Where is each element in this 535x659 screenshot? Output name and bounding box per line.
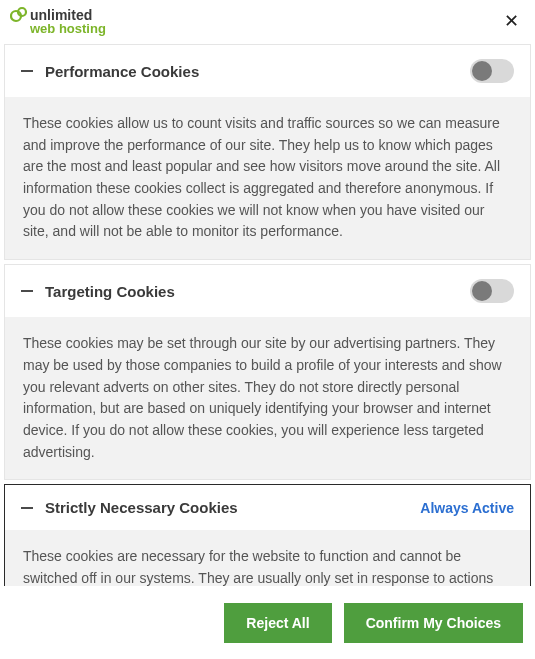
section-header-performance[interactable]: Performance Cookies — [5, 45, 530, 97]
minus-icon — [21, 507, 33, 509]
toggle-performance[interactable] — [470, 59, 514, 83]
confirm-choices-button[interactable]: Confirm My Choices — [344, 603, 523, 643]
section-performance: Performance Cookies These cookies allow … — [4, 44, 531, 260]
always-active-label: Always Active — [420, 500, 514, 516]
logo-text-bottom: web hosting — [30, 22, 106, 35]
minus-icon — [21, 70, 33, 72]
toggle-knob — [472, 61, 492, 81]
modal-footer: Reject All Confirm My Choices — [0, 586, 535, 659]
toggle-targeting[interactable] — [470, 279, 514, 303]
close-icon[interactable]: ✕ — [500, 6, 523, 36]
minus-icon — [21, 290, 33, 292]
logo-text-top: unlimited — [30, 8, 92, 22]
section-title: Targeting Cookies — [45, 283, 175, 300]
reject-all-button[interactable]: Reject All — [224, 603, 331, 643]
modal-header: unlimited web hosting ✕ — [0, 0, 535, 40]
logo-icon — [10, 6, 28, 24]
section-header-targeting[interactable]: Targeting Cookies — [5, 265, 530, 317]
section-body: These cookies allow us to count visits a… — [5, 97, 530, 259]
section-body: These cookies may be set through our sit… — [5, 317, 530, 479]
brand-logo: unlimited web hosting — [10, 6, 106, 35]
section-title: Strictly Necessary Cookies — [45, 499, 238, 516]
toggle-knob — [472, 281, 492, 301]
section-targeting: Targeting Cookies These cookies may be s… — [4, 264, 531, 480]
section-header-strictly-necessary[interactable]: Strictly Necessary Cookies Always Active — [5, 485, 530, 530]
section-title: Performance Cookies — [45, 63, 199, 80]
